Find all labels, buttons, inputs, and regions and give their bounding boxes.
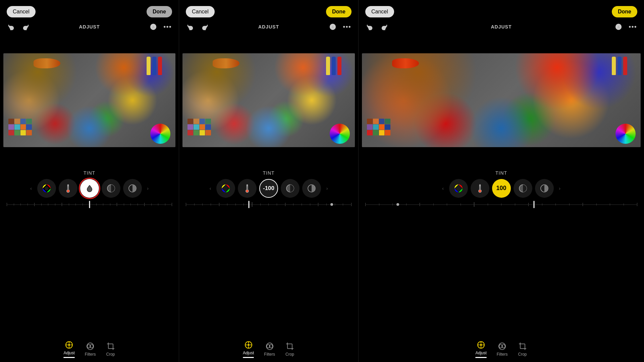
panel-3: Cancel Done ADJUST [359,0,644,362]
nav-indicator-2 [243,357,254,358]
tint-tool-1[interactable] [80,179,99,198]
slider-3[interactable] [365,200,637,208]
svg-point-31 [343,26,345,28]
nav-adjust-label-1: Adjust [63,351,74,355]
nav-filters-label-2: Filters [264,352,275,357]
slider-dot-3 [396,203,399,206]
nav-crop-1[interactable]: Crop [106,342,115,357]
nav-crop-label-3: Crop [518,352,527,357]
temperature-tool-3[interactable] [471,179,489,198]
auto-icon-2[interactable]: A [328,22,337,32]
crop-nav-icon-2 [285,342,294,351]
redo-icon-3[interactable] [379,22,389,32]
image-area-1 [0,33,179,168]
slider-handle-1[interactable] [89,201,90,208]
color-checker-2 [187,119,211,135]
svg-point-68 [479,190,481,192]
color-checker-1 [8,119,32,135]
adjust-tools-3: ‹ [359,178,644,199]
bottom-nav-1: Adjust Filters [0,338,179,362]
tint-tool-wrapper-1 [80,179,99,198]
slider-handle-2[interactable] [248,201,249,208]
contrast-light-tool-3[interactable] [535,179,554,198]
slider-handle-3[interactable] [533,201,534,208]
nav-indicator-1 [63,357,74,358]
done-button-1[interactable]: Done [147,6,172,17]
adjust-label-1: ADJUST [79,24,100,29]
undo-icon-2[interactable] [186,22,195,32]
slider-row-1 [0,199,179,210]
filters-nav-icon-3 [497,342,507,351]
temperature-tool-1[interactable] [59,179,77,198]
svg-point-60 [632,26,634,28]
nav-crop-2[interactable]: Crop [285,342,294,357]
cancel-button-2[interactable]: Cancel [186,6,215,17]
svg-point-4 [169,26,171,28]
panel-2: Cancel Done ADJUST [179,0,358,362]
nav-filters-3[interactable]: Filters [497,342,508,357]
tint-section-1: TINT [0,168,179,178]
tint-tool-3[interactable]: 100 [492,179,511,198]
svg-point-77 [499,343,505,350]
contrast-dark-tool-3[interactable] [514,179,532,198]
tint-label-1: TINT [0,170,179,176]
scroll-right-1[interactable]: › [145,179,151,198]
nav-adjust-1[interactable]: Adjust [63,340,74,358]
more-icon-1[interactable] [163,22,172,32]
adjust-nav-icon-3 [476,340,486,350]
paint-tubes-3 [612,57,627,75]
temperature-tool-2[interactable] [238,179,257,198]
nav-adjust-label-3: Adjust [475,351,486,355]
done-button-3[interactable]: Done [612,6,637,17]
auto-icon-3[interactable]: A [614,22,623,32]
cancel-button-3[interactable]: Cancel [365,6,394,17]
filters-nav-icon-1 [86,342,95,351]
nav-filters-1[interactable]: Filters [85,342,96,357]
scroll-left-3[interactable]: ‹ [440,179,446,198]
undo-icon-1[interactable] [7,22,16,32]
contrast-dark-tool-2[interactable] [281,179,300,198]
tint-section-3: TINT [359,168,644,178]
nav-crop-label-2: Crop [285,352,294,357]
slider-1[interactable] [7,200,172,208]
image-area-2 [179,33,358,168]
more-icon-2[interactable] [342,22,352,32]
cancel-button-1[interactable]: Cancel [7,6,36,17]
color-wheel-tool-2[interactable] [216,179,235,198]
auto-icon-1[interactable]: A [149,22,158,32]
svg-rect-67 [480,186,480,190]
top-bar-1: Cancel Done [0,0,179,21]
slider-dot-2 [330,203,333,206]
svg-rect-39 [247,186,248,190]
tint-tool-2[interactable]: -100 [259,179,278,198]
scroll-left-1[interactable]: ‹ [28,179,35,198]
redo-icon-2[interactable] [200,22,209,32]
svg-point-33 [349,26,351,28]
scroll-left-2[interactable]: ‹ [207,179,214,198]
redo-icon-1[interactable] [21,22,30,32]
color-wheel-img-2 [330,124,350,144]
nav-filters-2[interactable]: Filters [264,342,275,357]
svg-point-64 [457,186,461,190]
contrast-light-tool-2[interactable] [302,179,321,198]
scroll-right-3[interactable]: › [556,179,563,198]
color-wheel-tool-3[interactable] [449,179,468,198]
nav-crop-3[interactable]: Crop [518,342,527,357]
nav-adjust-3[interactable]: Adjust [475,340,486,358]
color-checker-3 [367,119,390,135]
toolbar-icons-2: ADJUST A [179,21,358,33]
photo-2 [182,53,355,147]
adjust-tools-2: ‹ [179,178,358,199]
nav-crop-label-1: Crop [106,352,115,357]
color-wheel-tool-1[interactable] [37,179,56,198]
scroll-right-2[interactable]: › [324,179,330,198]
done-button-2[interactable]: Done [326,6,352,17]
more-icon-3[interactable] [628,22,637,32]
contrast-dark-tool-1[interactable] [102,179,120,198]
slider-2[interactable] [186,200,352,208]
contrast-light-tool-1[interactable] [123,179,142,198]
adjust-label-2: ADJUST [258,24,279,29]
svg-point-21 [87,343,94,350]
nav-adjust-2[interactable]: Adjust [243,340,254,358]
undo-icon-3[interactable] [365,22,375,32]
